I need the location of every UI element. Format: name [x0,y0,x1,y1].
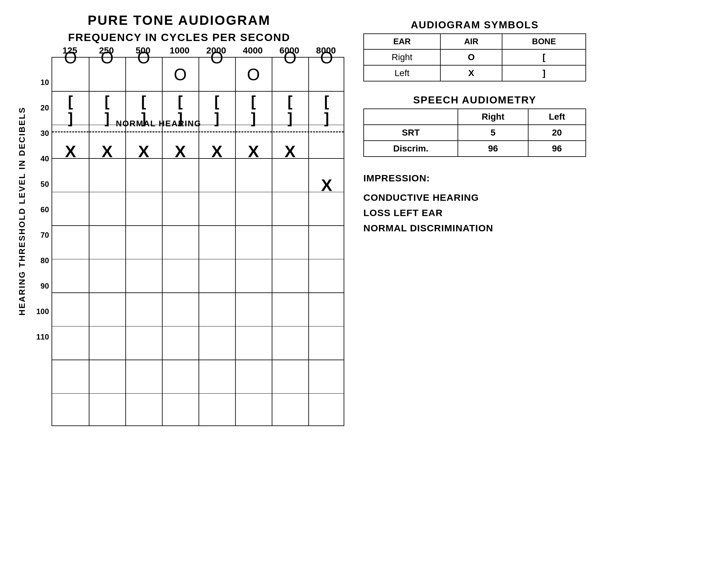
right-bone-bracket: [ [288,93,292,109]
left-bone-bracket: ] [324,110,329,126]
left-air-X: X [175,142,186,161]
hline-10 [52,393,344,394]
right-ear-label: Right [364,49,440,65]
left-air-X: X [284,142,296,161]
db-label-30: 30 [40,121,49,146]
hline-8 [52,326,344,327]
srt-row: SRT 5 20 [364,125,586,141]
right-bone-symbol: [ [502,49,586,65]
db-label-90: 90 [40,273,49,299]
db-label-60: 60 [40,197,49,222]
hline-4 [52,192,344,193]
right-bone-bracket: [ [214,93,219,109]
left-bone-bracket: ] [251,110,256,126]
speech-audiometry-section: SPEECH AUDIOMETRY Right Left SRT 5 20 [363,94,586,157]
hline-6 [52,259,344,260]
right-bone-bracket: [ [105,93,109,109]
left-bone-bracket: ] [178,110,183,126]
db-label-110: 110 [36,324,49,350]
symbols-header-row: EAR AIR BONE [364,34,586,49]
discrim-row: Discrim. 96 96 [364,141,586,157]
freq-label-1000: 1000 [161,46,198,56]
hline-7 [52,292,344,293]
chart-body: 102030405060708090100110 NORMAL HEARINGO… [32,57,344,426]
left-air-X: X [138,142,149,161]
y-label-container: HEARING THRESHOLD LEVEL IN DECIBELS [14,46,30,426]
db-labels: 102030405060708090100110 [32,57,52,426]
right-air-symbol: O [440,49,502,65]
db-label-20: 20 [40,95,49,121]
right-bone-bracket: [ [178,93,183,109]
audiogram-symbols-section: AUDIOGRAM SYMBOLS EAR AIR BONE Right O [ [363,19,586,81]
normal-hearing-label: NORMAL HEARING [116,119,201,129]
impression-text: CONDUCTIVE HEARINGLOSS LEFT EARNORMAL DI… [363,190,586,236]
left-bone-bracket: ] [214,110,219,126]
page-container: PURE TONE AUDIOGRAM FREQUENCY IN CYCLES … [14,13,714,426]
left-air-symbol: X [440,65,502,81]
vline-7 [308,58,309,425]
left-bone-bracket: ] [288,110,292,126]
audiogram-symbols-table: EAR AIR BONE Right O [ Left X ] [363,33,586,81]
speech-col-right: Right [458,109,528,125]
audiogram-grid: NORMAL HEARINGOOOOOOOO[[[[[[[[XXXXXXXX]]… [52,57,344,426]
srt-left: 20 [528,125,586,141]
right-air-O: O [64,48,77,67]
right-air-O: O [137,48,150,67]
db-label-80: 80 [40,248,49,273]
freq-label-4000: 4000 [235,46,271,56]
hline-3 [52,158,344,159]
srt-label: SRT [364,125,458,141]
left-bone-bracket: ] [68,110,73,126]
left-air-X: X [211,142,222,161]
db-label-10: 10 [40,70,49,95]
right-air-O: O [320,48,333,67]
left-ear-label: Left [364,65,440,81]
impression-section: IMPRESSION: CONDUCTIVE HEARINGLOSS LEFT … [363,173,586,236]
speech-audiometry-table: Right Left SRT 5 20 Discrim. 96 96 [363,109,586,157]
left-section: PURE TONE AUDIOGRAM FREQUENCY IN CYCLES … [14,13,344,426]
col-bone: BONE [502,34,586,49]
left-air-X: X [65,142,76,161]
vline-2 [125,58,126,425]
normal-hearing-line [52,131,344,132]
right-section: AUDIOGRAM SYMBOLS EAR AIR BONE Right O [ [363,13,586,426]
right-bone-bracket: [ [251,93,256,109]
left-air-X: X [101,142,113,161]
right-air-O: O [101,48,113,67]
discrim-right: 96 [458,141,528,157]
hline-9 [52,360,344,360]
impression-label: IMPRESSION: [363,173,586,184]
db-label-100: 100 [36,299,49,324]
right-bone-bracket: [ [68,93,73,109]
right-air-O: O [247,65,260,84]
speech-col-label [364,109,458,125]
audiogram-symbols-title: AUDIOGRAM SYMBOLS [363,19,586,31]
vline-6 [272,58,272,425]
vline-5 [235,58,236,425]
db-label-40: 40 [40,146,49,172]
freq-title: FREQUENCY IN CYCLES PER SECOND [68,31,290,44]
right-bone-bracket: [ [141,93,146,109]
speech-audiometry-title: SPEECH AUDIOMETRY [363,94,586,106]
right-air-O: O [210,48,223,67]
discrim-label: Discrim. [364,141,458,157]
discrim-left: 96 [528,141,586,157]
symbols-left-row: Left X ] [364,65,586,81]
db-label-70: 70 [40,222,49,248]
y-axis-label: HEARING THRESHOLD LEVEL IN DECIBELS [17,156,27,315]
left-air-X: X [321,176,332,194]
freq-labels: 12525050010002000400060008000 [52,46,344,56]
left-air-X: X [248,142,259,161]
vline-4 [199,58,199,425]
speech-col-left: Left [528,109,586,125]
hline-5 [52,225,344,226]
symbols-right-row: Right O [ [364,49,586,65]
right-air-O: O [283,48,296,67]
hline-1 [52,91,344,92]
left-bone-symbol: ] [502,65,586,81]
db-label-50: 50 [40,172,49,197]
chart-area: 12525050010002000400060008000 1020304050… [32,46,344,426]
srt-right: 5 [458,125,528,141]
chart-wrapper: HEARING THRESHOLD LEVEL IN DECIBELS 1252… [14,46,344,426]
col-ear: EAR [364,34,440,49]
